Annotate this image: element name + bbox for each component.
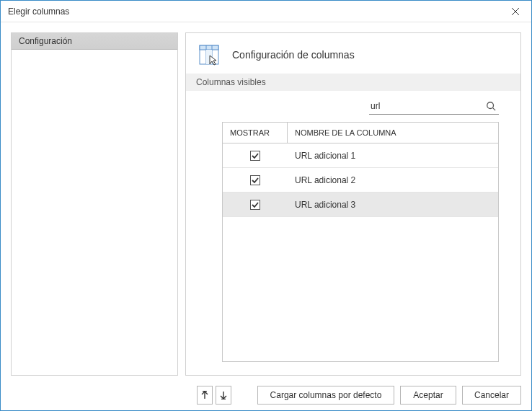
show-checkbox[interactable] bbox=[250, 200, 260, 210]
footer: Cargar columnas por defecto Aceptar Canc… bbox=[1, 380, 531, 410]
search-field-wrap bbox=[369, 98, 499, 115]
columns-icon bbox=[199, 43, 222, 66]
search-input[interactable] bbox=[369, 99, 483, 113]
svg-point-7 bbox=[487, 102, 494, 109]
cell-name: URL adicional 1 bbox=[288, 151, 498, 161]
reorder-tools bbox=[197, 386, 231, 405]
arrow-down-icon bbox=[220, 391, 227, 399]
window-title: Elegir columnas bbox=[8, 6, 499, 17]
table-header-show[interactable]: MOSTRAR bbox=[223, 123, 288, 143]
table-header-name[interactable]: NOMBRE DE LA COLUMNA bbox=[288, 123, 498, 143]
sidebar-item-configuration[interactable]: Configuración bbox=[12, 33, 177, 50]
table-header: MOSTRAR NOMBRE DE LA COLUMNA bbox=[223, 123, 498, 143]
move-down-button[interactable] bbox=[216, 386, 231, 405]
columns-table: MOSTRAR NOMBRE DE LA COLUMNA URL adicion… bbox=[222, 122, 499, 362]
check-icon bbox=[252, 177, 259, 184]
table-row[interactable]: URL adicional 1 bbox=[223, 143, 498, 168]
arrow-up-icon bbox=[201, 391, 208, 399]
show-checkbox[interactable] bbox=[250, 175, 260, 185]
cell-name: URL adicional 3 bbox=[288, 200, 498, 210]
content-area: Configuración Configuración de columnas … bbox=[1, 22, 531, 380]
cell-show bbox=[223, 200, 288, 210]
svg-line-8 bbox=[493, 108, 496, 111]
show-checkbox[interactable] bbox=[250, 151, 260, 161]
panel-title: Configuración de columnas bbox=[232, 49, 355, 61]
search-row bbox=[186, 91, 520, 120]
table-row[interactable]: URL adicional 2 bbox=[223, 168, 498, 193]
titlebar: Elegir columnas bbox=[1, 1, 531, 22]
load-defaults-button[interactable]: Cargar columnas por defecto bbox=[257, 386, 394, 405]
check-icon bbox=[252, 152, 259, 159]
main-panel: Configuración de columnas Columnas visib… bbox=[185, 32, 521, 376]
accept-button[interactable]: Aceptar bbox=[400, 386, 456, 405]
close-button[interactable] bbox=[499, 1, 531, 22]
panel-header: Configuración de columnas bbox=[186, 33, 520, 74]
close-icon bbox=[512, 8, 519, 15]
check-icon bbox=[252, 201, 259, 208]
sidebar: Configuración bbox=[11, 32, 178, 376]
table-row[interactable]: URL adicional 3 bbox=[223, 193, 498, 217]
cancel-button[interactable]: Cancelar bbox=[462, 386, 521, 405]
table-body: URL adicional 1URL adicional 2URL adicio… bbox=[223, 143, 498, 361]
cell-show bbox=[223, 151, 288, 161]
move-up-button[interactable] bbox=[197, 386, 213, 405]
search-button[interactable] bbox=[483, 98, 499, 114]
section-label: Columnas visibles bbox=[186, 74, 520, 91]
cell-show bbox=[223, 175, 288, 185]
svg-rect-3 bbox=[200, 45, 218, 50]
search-icon bbox=[486, 101, 496, 111]
cell-name: URL adicional 2 bbox=[288, 175, 498, 185]
